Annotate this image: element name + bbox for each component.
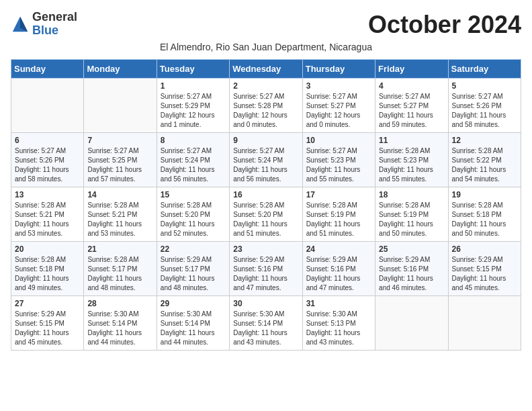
day-number: 23: [233, 244, 298, 254]
calendar-cell: [375, 296, 448, 351]
day-number: 6: [15, 136, 80, 145]
week-row-5: 27Sunrise: 5:29 AM Sunset: 5:15 PM Dayli…: [11, 296, 521, 351]
day-number: 26: [452, 244, 517, 254]
calendar-cell: 31Sunrise: 5:30 AM Sunset: 5:13 PM Dayli…: [302, 296, 375, 351]
day-number: 16: [233, 190, 298, 199]
col-header-friday: Friday: [375, 60, 448, 79]
day-number: 3: [306, 81, 371, 91]
calendar-cell: 26Sunrise: 5:29 AM Sunset: 5:15 PM Dayli…: [448, 242, 521, 296]
calendar-cell: 5Sunrise: 5:27 AM Sunset: 5:26 PM Daylig…: [448, 79, 521, 133]
day-number: 2: [233, 81, 298, 91]
cell-info: Sunrise: 5:30 AM Sunset: 5:14 PM Dayligh…: [87, 310, 152, 347]
cell-info: Sunrise: 5:30 AM Sunset: 5:13 PM Dayligh…: [306, 310, 371, 347]
calendar-cell: 27Sunrise: 5:29 AM Sunset: 5:15 PM Dayli…: [11, 296, 84, 351]
calendar-cell: 17Sunrise: 5:28 AM Sunset: 5:19 PM Dayli…: [302, 187, 375, 242]
calendar-cell: 30Sunrise: 5:30 AM Sunset: 5:14 PM Dayli…: [230, 296, 302, 351]
day-number: 24: [306, 244, 371, 254]
cell-info: Sunrise: 5:27 AM Sunset: 5:28 PM Dayligh…: [233, 92, 298, 130]
logo-icon: [11, 15, 30, 34]
cell-info: Sunrise: 5:27 AM Sunset: 5:24 PM Dayligh…: [233, 146, 298, 184]
week-row-1: 1Sunrise: 5:27 AM Sunset: 5:29 PM Daylig…: [11, 79, 521, 133]
cell-info: Sunrise: 5:28 AM Sunset: 5:20 PM Dayligh…: [233, 201, 298, 238]
calendar-cell: 18Sunrise: 5:28 AM Sunset: 5:19 PM Dayli…: [375, 187, 448, 242]
cell-info: Sunrise: 5:27 AM Sunset: 5:23 PM Dayligh…: [306, 146, 371, 184]
calendar-cell: 23Sunrise: 5:29 AM Sunset: 5:16 PM Dayli…: [230, 242, 302, 296]
calendar-cell: [448, 296, 521, 351]
day-number: 15: [161, 190, 226, 199]
day-number: 20: [15, 244, 80, 254]
day-number: 31: [306, 299, 371, 308]
day-number: 17: [306, 190, 371, 199]
day-number: 13: [15, 190, 80, 199]
col-header-tuesday: Tuesday: [157, 60, 229, 79]
day-number: 25: [379, 244, 444, 254]
calendar-cell: 13Sunrise: 5:28 AM Sunset: 5:21 PM Dayli…: [11, 187, 84, 242]
week-row-2: 6Sunrise: 5:27 AM Sunset: 5:26 PM Daylig…: [11, 133, 521, 187]
cell-info: Sunrise: 5:28 AM Sunset: 5:19 PM Dayligh…: [306, 201, 371, 238]
location-subtitle: El Almendro, Rio San Juan Department, Ni…: [11, 42, 521, 52]
calendar-cell: 1Sunrise: 5:27 AM Sunset: 5:29 PM Daylig…: [157, 79, 229, 133]
cell-info: Sunrise: 5:27 AM Sunset: 5:29 PM Dayligh…: [161, 92, 226, 130]
day-number: 14: [87, 190, 152, 199]
cell-info: Sunrise: 5:28 AM Sunset: 5:17 PM Dayligh…: [87, 255, 152, 293]
week-row-4: 20Sunrise: 5:28 AM Sunset: 5:18 PM Dayli…: [11, 242, 521, 296]
calendar-cell: 20Sunrise: 5:28 AM Sunset: 5:18 PM Dayli…: [11, 242, 84, 296]
calendar-cell: 19Sunrise: 5:28 AM Sunset: 5:18 PM Dayli…: [448, 187, 521, 242]
calendar-cell: 9Sunrise: 5:27 AM Sunset: 5:24 PM Daylig…: [230, 133, 302, 187]
calendar-cell: 24Sunrise: 5:29 AM Sunset: 5:16 PM Dayli…: [302, 242, 375, 296]
day-number: 21: [87, 244, 152, 254]
calendar-cell: 8Sunrise: 5:27 AM Sunset: 5:24 PM Daylig…: [157, 133, 229, 187]
day-number: 18: [379, 190, 444, 199]
day-number: 19: [452, 190, 517, 199]
day-number: 12: [452, 136, 517, 145]
col-header-sunday: Sunday: [11, 60, 84, 79]
month-title: October 2024: [368, 11, 521, 39]
cell-info: Sunrise: 5:27 AM Sunset: 5:27 PM Dayligh…: [379, 92, 444, 130]
col-header-monday: Monday: [84, 60, 157, 79]
page-header: General Blue October 2024: [11, 11, 521, 39]
col-header-saturday: Saturday: [448, 60, 521, 79]
calendar-table: SundayMondayTuesdayWednesdayThursdayFrid…: [11, 59, 521, 351]
calendar-cell: 28Sunrise: 5:30 AM Sunset: 5:14 PM Dayli…: [84, 296, 157, 351]
day-number: 30: [233, 299, 298, 308]
cell-info: Sunrise: 5:27 AM Sunset: 5:26 PM Dayligh…: [452, 92, 517, 130]
day-number: 5: [452, 81, 517, 91]
day-number: 1: [161, 81, 226, 91]
cell-info: Sunrise: 5:29 AM Sunset: 5:16 PM Dayligh…: [306, 255, 371, 293]
cell-info: Sunrise: 5:29 AM Sunset: 5:16 PM Dayligh…: [233, 255, 298, 293]
calendar-cell: 21Sunrise: 5:28 AM Sunset: 5:17 PM Dayli…: [84, 242, 157, 296]
day-number: 4: [379, 81, 444, 91]
cell-info: Sunrise: 5:28 AM Sunset: 5:20 PM Dayligh…: [161, 201, 226, 238]
day-number: 9: [233, 136, 298, 145]
cell-info: Sunrise: 5:28 AM Sunset: 5:23 PM Dayligh…: [379, 146, 444, 184]
calendar-cell: 4Sunrise: 5:27 AM Sunset: 5:27 PM Daylig…: [375, 79, 448, 133]
calendar-cell: 11Sunrise: 5:28 AM Sunset: 5:23 PM Dayli…: [375, 133, 448, 187]
logo-general-text: General: [32, 10, 77, 24]
cell-info: Sunrise: 5:29 AM Sunset: 5:15 PM Dayligh…: [452, 255, 517, 293]
cell-info: Sunrise: 5:29 AM Sunset: 5:16 PM Dayligh…: [379, 255, 444, 293]
day-number: 8: [161, 136, 226, 145]
cell-info: Sunrise: 5:30 AM Sunset: 5:14 PM Dayligh…: [161, 310, 226, 347]
logo: General Blue: [11, 11, 77, 38]
week-row-3: 13Sunrise: 5:28 AM Sunset: 5:21 PM Dayli…: [11, 187, 521, 242]
calendar-cell: 15Sunrise: 5:28 AM Sunset: 5:20 PM Dayli…: [157, 187, 229, 242]
cell-info: Sunrise: 5:27 AM Sunset: 5:26 PM Dayligh…: [15, 146, 80, 184]
calendar-cell: 12Sunrise: 5:28 AM Sunset: 5:22 PM Dayli…: [448, 133, 521, 187]
col-header-wednesday: Wednesday: [230, 60, 302, 79]
cell-info: Sunrise: 5:28 AM Sunset: 5:19 PM Dayligh…: [379, 201, 444, 238]
cell-info: Sunrise: 5:29 AM Sunset: 5:15 PM Dayligh…: [15, 310, 80, 347]
cell-info: Sunrise: 5:28 AM Sunset: 5:21 PM Dayligh…: [87, 201, 152, 238]
calendar-cell: 2Sunrise: 5:27 AM Sunset: 5:28 PM Daylig…: [230, 79, 302, 133]
calendar-cell: 14Sunrise: 5:28 AM Sunset: 5:21 PM Dayli…: [84, 187, 157, 242]
col-header-thursday: Thursday: [302, 60, 375, 79]
calendar-cell: 3Sunrise: 5:27 AM Sunset: 5:27 PM Daylig…: [302, 79, 375, 133]
cell-info: Sunrise: 5:29 AM Sunset: 5:17 PM Dayligh…: [161, 255, 226, 293]
day-number: 28: [87, 299, 152, 308]
header-row: SundayMondayTuesdayWednesdayThursdayFrid…: [11, 60, 521, 79]
cell-info: Sunrise: 5:27 AM Sunset: 5:24 PM Dayligh…: [161, 146, 226, 184]
cell-info: Sunrise: 5:28 AM Sunset: 5:22 PM Dayligh…: [452, 146, 517, 184]
calendar-cell: [11, 79, 84, 133]
calendar-cell: 6Sunrise: 5:27 AM Sunset: 5:26 PM Daylig…: [11, 133, 84, 187]
day-number: 27: [15, 299, 80, 308]
calendar-cell: 29Sunrise: 5:30 AM Sunset: 5:14 PM Dayli…: [157, 296, 229, 351]
